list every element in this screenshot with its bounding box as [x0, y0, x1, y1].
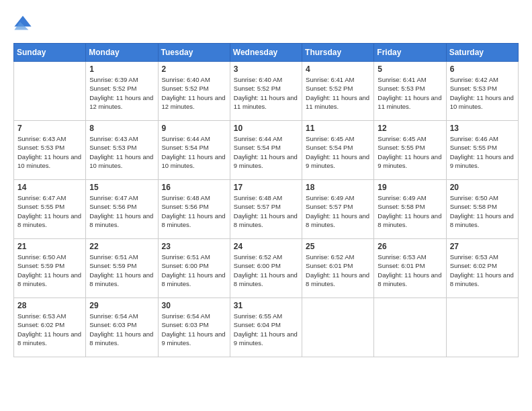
- day-number: 9: [162, 124, 226, 133]
- day-info: Sunrise: 6:54 AMSunset: 6:03 PMDaylight:…: [89, 312, 154, 347]
- day-info: Sunrise: 6:46 AMSunset: 5:55 PMDaylight:…: [450, 134, 515, 170]
- day-number: 10: [234, 124, 298, 133]
- calendar-cell: 20Sunrise: 6:50 AMSunset: 5:58 PMDayligh…: [446, 180, 518, 239]
- header-wednesday: Wednesday: [230, 44, 302, 62]
- day-info: Sunrise: 6:51 AMSunset: 5:59 PMDaylight:…: [89, 253, 154, 288]
- day-info: Sunrise: 6:42 AMSunset: 5:53 PMDaylight:…: [450, 75, 515, 111]
- day-info: Sunrise: 6:49 AMSunset: 5:58 PMDaylight:…: [378, 193, 442, 229]
- calendar-cell: 16Sunrise: 6:48 AMSunset: 5:56 PMDayligh…: [158, 180, 230, 239]
- day-number: 6: [450, 64, 515, 74]
- day-number: 15: [89, 183, 154, 192]
- day-info: Sunrise: 6:39 AMSunset: 5:52 PMDaylight:…: [89, 75, 154, 111]
- day-number: 22: [89, 242, 154, 251]
- calendar-cell: 19Sunrise: 6:49 AMSunset: 5:58 PMDayligh…: [374, 180, 446, 239]
- day-number: 14: [17, 183, 82, 192]
- calendar-cell: 27Sunrise: 6:53 AMSunset: 6:02 PMDayligh…: [446, 239, 518, 298]
- day-number: 31: [234, 301, 298, 310]
- calendar-cell: 2Sunrise: 6:40 AMSunset: 5:52 PMDaylight…: [158, 62, 230, 121]
- day-number: 27: [450, 242, 515, 251]
- calendar-cell: 17Sunrise: 6:48 AMSunset: 5:57 PMDayligh…: [230, 180, 302, 239]
- day-number: 11: [306, 124, 370, 133]
- day-number: 24: [234, 242, 298, 251]
- day-info: Sunrise: 6:55 AMSunset: 6:04 PMDaylight:…: [234, 312, 298, 347]
- day-number: 13: [450, 124, 515, 133]
- calendar-cell: 14Sunrise: 6:47 AMSunset: 5:55 PMDayligh…: [14, 180, 86, 239]
- day-info: Sunrise: 6:48 AMSunset: 5:56 PMDaylight:…: [162, 193, 226, 229]
- calendar-cell: 12Sunrise: 6:45 AMSunset: 5:55 PMDayligh…: [374, 121, 446, 180]
- day-info: Sunrise: 6:53 AMSunset: 6:02 PMDaylight:…: [450, 253, 515, 288]
- calendar-cell: 22Sunrise: 6:51 AMSunset: 5:59 PMDayligh…: [86, 239, 158, 298]
- day-number: 12: [378, 124, 442, 133]
- day-info: Sunrise: 6:54 AMSunset: 6:03 PMDaylight:…: [162, 312, 226, 347]
- calendar-cell: 13Sunrise: 6:46 AMSunset: 5:55 PMDayligh…: [446, 121, 518, 180]
- day-number: 25: [306, 242, 370, 251]
- day-number: 18: [306, 183, 370, 192]
- calendar-cell: 6Sunrise: 6:42 AMSunset: 5:53 PMDaylight…: [446, 62, 518, 121]
- calendar-cell: [446, 298, 518, 357]
- day-info: Sunrise: 6:45 AMSunset: 5:55 PMDaylight:…: [378, 134, 442, 170]
- day-number: 30: [162, 301, 226, 310]
- calendar-cell: 3Sunrise: 6:40 AMSunset: 5:52 PMDaylight…: [230, 62, 302, 121]
- day-info: Sunrise: 6:44 AMSunset: 5:54 PMDaylight:…: [162, 134, 226, 170]
- calendar-cell: [14, 62, 86, 121]
- week-row-5: 28Sunrise: 6:53 AMSunset: 6:02 PMDayligh…: [14, 298, 519, 357]
- day-info: Sunrise: 6:40 AMSunset: 5:52 PMDaylight:…: [162, 75, 226, 111]
- day-number: 7: [17, 124, 82, 133]
- calendar-cell: 25Sunrise: 6:52 AMSunset: 6:01 PMDayligh…: [302, 239, 374, 298]
- day-number: 5: [378, 64, 442, 74]
- header-thursday: Thursday: [302, 44, 374, 62]
- day-number: 19: [378, 183, 442, 192]
- calendar-cell: 15Sunrise: 6:47 AMSunset: 5:56 PMDayligh…: [86, 180, 158, 239]
- day-number: 4: [306, 64, 370, 74]
- day-info: Sunrise: 6:50 AMSunset: 5:58 PMDaylight:…: [450, 193, 515, 229]
- calendar-cell: 24Sunrise: 6:52 AMSunset: 6:00 PMDayligh…: [230, 239, 302, 298]
- calendar-table: SundayMondayTuesdayWednesdayThursdayFrid…: [13, 43, 519, 357]
- header-friday: Friday: [374, 44, 446, 62]
- day-number: 8: [89, 124, 154, 133]
- day-info: Sunrise: 6:45 AMSunset: 5:54 PMDaylight:…: [306, 134, 370, 170]
- header: [13, 13, 519, 32]
- calendar-cell: 29Sunrise: 6:54 AMSunset: 6:03 PMDayligh…: [86, 298, 158, 357]
- calendar-cell: 4Sunrise: 6:41 AMSunset: 5:52 PMDaylight…: [302, 62, 374, 121]
- day-info: Sunrise: 6:48 AMSunset: 5:57 PMDaylight:…: [234, 193, 298, 229]
- calendar-cell: [302, 298, 374, 357]
- calendar-cell: 28Sunrise: 6:53 AMSunset: 6:02 PMDayligh…: [14, 298, 86, 357]
- calendar-cell: 9Sunrise: 6:44 AMSunset: 5:54 PMDaylight…: [158, 121, 230, 180]
- week-row-1: 1Sunrise: 6:39 AMSunset: 5:52 PMDaylight…: [14, 62, 519, 121]
- week-row-2: 7Sunrise: 6:43 AMSunset: 5:53 PMDaylight…: [14, 121, 519, 180]
- day-number: 28: [17, 301, 82, 310]
- day-info: Sunrise: 6:41 AMSunset: 5:52 PMDaylight:…: [306, 75, 370, 111]
- calendar-cell: 5Sunrise: 6:41 AMSunset: 5:53 PMDaylight…: [374, 62, 446, 121]
- header-saturday: Saturday: [446, 44, 518, 62]
- day-info: Sunrise: 6:43 AMSunset: 5:53 PMDaylight:…: [17, 134, 82, 170]
- calendar-cell: 26Sunrise: 6:53 AMSunset: 6:01 PMDayligh…: [374, 239, 446, 298]
- calendar-cell: 31Sunrise: 6:55 AMSunset: 6:04 PMDayligh…: [230, 298, 302, 357]
- calendar-cell: 18Sunrise: 6:49 AMSunset: 5:57 PMDayligh…: [302, 180, 374, 239]
- calendar-cell: 23Sunrise: 6:51 AMSunset: 6:00 PMDayligh…: [158, 239, 230, 298]
- day-info: Sunrise: 6:43 AMSunset: 5:53 PMDaylight:…: [89, 134, 154, 170]
- day-number: 16: [162, 183, 226, 192]
- logo: [13, 13, 35, 32]
- calendar-cell: 1Sunrise: 6:39 AMSunset: 5:52 PMDaylight…: [86, 62, 158, 121]
- header-monday: Monday: [86, 44, 158, 62]
- day-info: Sunrise: 6:41 AMSunset: 5:53 PMDaylight:…: [378, 75, 442, 111]
- day-number: 1: [89, 64, 154, 74]
- calendar-cell: 10Sunrise: 6:44 AMSunset: 5:54 PMDayligh…: [230, 121, 302, 180]
- day-number: 2: [162, 64, 226, 74]
- day-info: Sunrise: 6:52 AMSunset: 6:00 PMDaylight:…: [234, 253, 298, 288]
- day-number: 29: [89, 301, 154, 310]
- calendar-cell: 11Sunrise: 6:45 AMSunset: 5:54 PMDayligh…: [302, 121, 374, 180]
- calendar-cell: 21Sunrise: 6:50 AMSunset: 5:59 PMDayligh…: [14, 239, 86, 298]
- calendar-header: SundayMondayTuesdayWednesdayThursdayFrid…: [14, 44, 519, 62]
- header-tuesday: Tuesday: [158, 44, 230, 62]
- day-number: 17: [234, 183, 298, 192]
- calendar-cell: 30Sunrise: 6:54 AMSunset: 6:03 PMDayligh…: [158, 298, 230, 357]
- day-info: Sunrise: 6:47 AMSunset: 5:56 PMDaylight:…: [89, 193, 154, 229]
- calendar-cell: [374, 298, 446, 357]
- calendar-cell: 8Sunrise: 6:43 AMSunset: 5:53 PMDaylight…: [86, 121, 158, 180]
- logo-icon: [13, 13, 32, 32]
- day-info: Sunrise: 6:51 AMSunset: 6:00 PMDaylight:…: [162, 253, 226, 288]
- day-info: Sunrise: 6:53 AMSunset: 6:02 PMDaylight:…: [17, 312, 82, 347]
- week-row-3: 14Sunrise: 6:47 AMSunset: 5:55 PMDayligh…: [14, 180, 519, 239]
- day-number: 21: [17, 242, 82, 251]
